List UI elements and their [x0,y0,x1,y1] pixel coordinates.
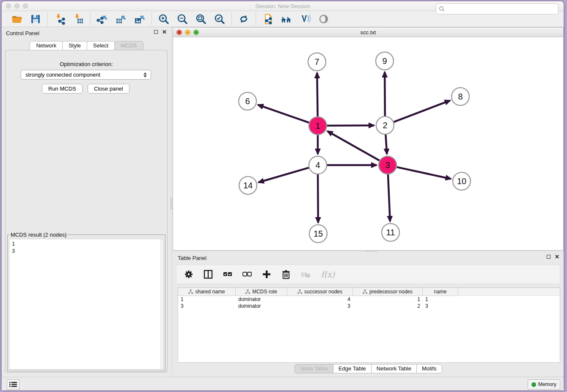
table-cell[interactable]: 1 [178,296,236,303]
table-cell[interactable]: 1 [423,296,458,303]
zoom-in-icon[interactable] [158,13,170,25]
search-box[interactable] [436,3,559,14]
edge-2-3[interactable] [385,135,387,154]
tab-motifs[interactable]: Motifs [416,364,442,373]
control-panel-title: Control Panel [6,30,39,36]
delete-table-icon [300,269,311,280]
graph-node-6[interactable]: 6 [239,92,256,110]
close-table-panel-icon[interactable]: ✕ [555,254,559,259]
zoom-fit-icon[interactable] [195,13,207,25]
column-header-predecessor-nodes[interactable]: predecessor nodes [353,288,423,296]
table-cell[interactable]: 1 [353,296,423,303]
delete-row-icon[interactable] [281,269,292,280]
mcds-result-text[interactable]: 1 3 [9,239,164,370]
export-table-icon[interactable] [115,13,127,25]
columns-icon[interactable] [203,269,214,280]
table-header-row: shared nameMCDS rolesuccessor nodesprede… [178,288,560,296]
float-panel-icon[interactable] [154,30,158,34]
table-cell[interactable]: 2 [353,303,423,309]
float-table-panel-icon[interactable] [547,255,550,259]
settings-icon[interactable] [183,269,194,280]
hide-icon[interactable] [318,13,330,25]
function-builder-icon: f(x) [319,269,336,280]
clone-network-icon[interactable] [262,13,274,25]
graph-node-1[interactable]: 1 [309,117,327,135]
mcds-result-box: MCDS result (2 nodes) 1 3 [7,232,165,371]
edge-4-15[interactable] [318,174,318,223]
tab-node-table[interactable]: Node Table [295,364,333,373]
table-cell[interactable]: 4 [287,296,353,303]
graph-node-2[interactable]: 2 [376,116,394,134]
zoom-selected-icon[interactable] [214,13,226,25]
select-all-icon[interactable] [222,269,233,280]
table-cell[interactable]: 3 [178,303,236,309]
tab-network-table[interactable]: Network Table [371,364,417,373]
memory-button[interactable]: Memory [528,379,560,389]
graph-node-8[interactable]: 8 [451,88,469,105]
column-header-successor-nodes[interactable]: successor nodes [287,288,353,296]
open-session-icon[interactable] [11,13,23,25]
import-table-icon[interactable] [72,13,84,25]
edge-2-9[interactable] [385,72,385,116]
edge-3-11[interactable] [388,174,390,221]
home-icon[interactable] [281,13,292,25]
edge-1-2[interactable] [327,125,374,126]
network-graph-canvas[interactable]: 7968124314101511 [173,37,563,250]
graph-node-3[interactable]: 3 [379,156,396,174]
table-cell[interactable]: dominator [236,303,287,309]
app-window: Session: New Session Control Panel ✕ Net… [2,1,564,390]
run-mcds-button[interactable]: Run MCDS [42,84,83,94]
node-label: 7 [314,57,319,66]
table-tabs: Node TableEdge TableNetwork TableMotifs [173,364,564,373]
close-panel-button[interactable]: Close panel [88,84,129,94]
vizmapper-icon[interactable] [299,13,311,25]
graph-node-11[interactable]: 11 [382,224,399,241]
import-network-icon[interactable] [54,13,66,25]
edge-3-10[interactable] [396,167,451,179]
network-window-titlebar[interactable]: ✕ − + scc.txt [173,28,563,37]
close-panel-icon[interactable]: ✕ [162,30,167,34]
graph-node-7[interactable]: 7 [308,53,326,71]
table-cell[interactable]: dominator [236,296,287,303]
node-label: 10 [457,177,466,186]
edge-1-6[interactable] [258,105,309,123]
mcds-panel: Optimization criterion: strongly connect… [5,50,168,373]
tab-network[interactable]: Network [30,41,63,50]
graph-node-10[interactable]: 10 [453,172,471,190]
add-row-icon[interactable] [261,269,272,280]
task-list-icon [9,381,17,387]
tab-style[interactable]: Style [62,41,87,50]
search-input[interactable] [446,5,558,13]
refresh-layout-icon[interactable] [238,13,250,25]
table-cell[interactable]: 3 [287,303,353,309]
edge-1-7[interactable] [317,73,317,116]
tab-select[interactable]: Select [87,41,115,50]
unselect-all-icon[interactable] [242,269,253,280]
node-label: 3 [385,160,390,170]
node-table: shared nameMCDS rolesuccessor nodesprede… [178,287,560,363]
graph-node-14[interactable]: 14 [239,177,257,194]
table-panel-title: Table Panel [178,255,206,261]
edge-3-1[interactable] [328,131,380,160]
edge-2-8[interactable] [394,100,450,122]
graph-node-9[interactable]: 9 [376,52,394,70]
task-history-button[interactable] [7,379,19,389]
table-cell[interactable]: 3 [423,303,458,309]
save-session-icon[interactable] [30,13,41,25]
export-image-icon[interactable] [134,13,146,25]
column-header-name[interactable]: name [423,288,458,296]
export-network-icon[interactable] [96,13,108,25]
graph-node-15[interactable]: 15 [309,225,327,243]
graph-node-4[interactable]: 4 [309,156,327,174]
column-header-shared-name[interactable]: shared name [178,288,236,296]
tab-mcds[interactable]: MCDS [114,41,143,50]
tab-edge-table[interactable]: Edge Table [333,364,372,373]
table-row[interactable]: 1dominator411 [178,296,560,303]
column-header-MCDS-role[interactable]: MCDS role [236,288,287,296]
network-window-title: scc.txt [173,29,563,36]
zoom-out-icon[interactable] [176,13,188,25]
edge-4-14[interactable] [259,168,309,182]
result-scrollbar[interactable] [160,239,163,369]
optimization-criterion-select[interactable]: strongly connected component [21,70,151,80]
table-row[interactable]: 3dominator323 [178,303,560,309]
